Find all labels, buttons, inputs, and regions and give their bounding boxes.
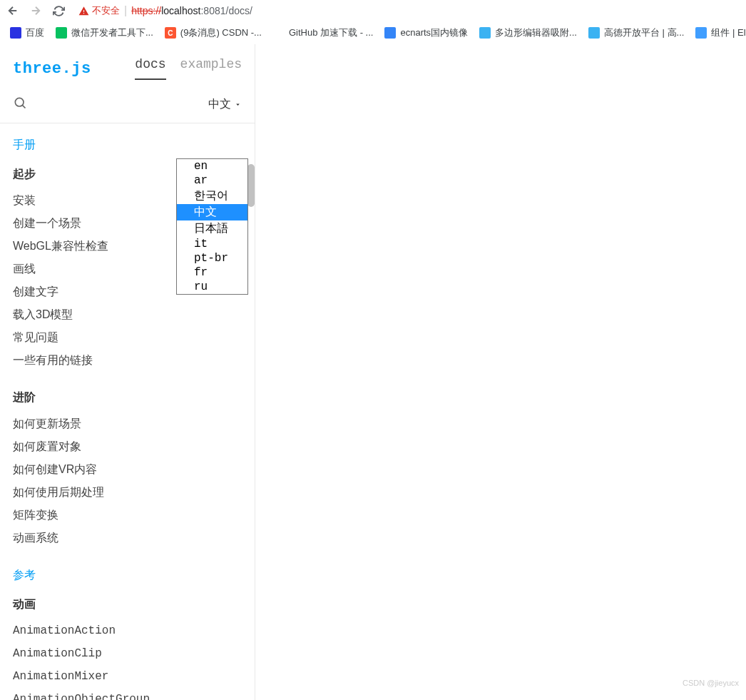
bookmark-label: 多边形编辑器吸附...: [495, 26, 577, 39]
main-content: [255, 44, 746, 700]
nav-item[interactable]: 常见问题: [13, 326, 242, 349]
bookmark-item[interactable]: 微信开发者工具下...: [56, 26, 153, 39]
bookmark-item[interactable]: GitHub 加速下载 - ...: [273, 26, 373, 39]
bookmark-icon: [273, 27, 285, 39]
bookmark-icon: [479, 27, 491, 39]
watermark: CSDN @jieyucx: [683, 679, 739, 687]
insecure-label: 不安全: [92, 4, 120, 17]
language-option[interactable]: 日本語: [177, 220, 247, 237]
nav-item[interactable]: 如何使用后期处理: [13, 481, 242, 504]
language-option[interactable]: fr: [177, 265, 247, 280]
sidebar: three.js docsexamples 中文 手册起步安装创建一个场景Web…: [0, 44, 255, 700]
language-option[interactable]: 한국어: [177, 188, 247, 204]
language-option[interactable]: ru: [177, 280, 247, 294]
language-option[interactable]: pt-br: [177, 251, 247, 265]
bookmark-icon: [56, 27, 67, 39]
bookmark-icon: [588, 27, 600, 39]
svg-point-0: [15, 98, 24, 106]
nav-item[interactable]: AnimationObjectGroup: [13, 688, 242, 700]
bookmark-icon: C: [165, 27, 176, 39]
language-selector[interactable]: 中文: [208, 97, 242, 112]
bookmark-item[interactable]: ecnarts国内镜像: [384, 26, 468, 39]
back-button[interactable]: [4, 2, 21, 19]
tab-docs[interactable]: docs: [135, 57, 165, 80]
bookmark-label: 高德开放平台 | 高...: [604, 26, 684, 39]
nav-item[interactable]: 如何创建VR内容: [13, 458, 242, 481]
bookmarks-bar: 百度微信开发者工具下...C(9条消息) CSDN -...GitHub 加速下…: [0, 21, 746, 44]
nav-item[interactable]: AnimationMixer: [13, 665, 242, 688]
bookmark-label: (9条消息) CSDN -...: [180, 26, 262, 39]
url-text: https://localhost:8081/docs/: [131, 5, 252, 16]
nav-item[interactable]: 矩阵变换: [13, 504, 242, 527]
group-title: 动画: [13, 597, 242, 612]
bookmark-icon: [695, 27, 707, 39]
nav-item[interactable]: AnimationAction: [13, 619, 242, 642]
language-dropdown[interactable]: enar한국어中文日本語itpt-brfrru: [176, 158, 248, 295]
bookmark-item[interactable]: 高德开放平台 | 高...: [588, 26, 684, 39]
warning-icon: [78, 6, 89, 16]
search-icon[interactable]: [13, 96, 27, 113]
language-option[interactable]: en: [177, 159, 247, 173]
tab-examples[interactable]: examples: [180, 57, 242, 80]
chevron-down-icon: [234, 101, 242, 108]
bookmark-icon: [10, 27, 21, 39]
insecure-badge: 不安全: [78, 4, 120, 17]
bookmark-item[interactable]: 百度: [10, 26, 44, 39]
section-label: 参考: [13, 568, 242, 583]
language-option[interactable]: ar: [177, 173, 247, 188]
browser-nav-bar: 不安全 | https://localhost:8081/docs/: [0, 0, 746, 21]
section-label: 手册: [13, 138, 242, 153]
bookmark-label: 百度: [26, 26, 44, 39]
bookmark-label: 组件 | Element: [711, 26, 746, 39]
nav-item[interactable]: 如何废置对象: [13, 435, 242, 458]
bookmark-icon: [384, 27, 396, 39]
url-bar[interactable]: 不安全 | https://localhost:8081/docs/: [73, 4, 742, 17]
reload-button[interactable]: [50, 2, 67, 19]
bookmark-item[interactable]: 多边形编辑器吸附...: [479, 26, 577, 39]
language-selected-label: 中文: [208, 97, 231, 112]
nav-item[interactable]: 动画系统: [13, 527, 242, 549]
bookmark-item[interactable]: C(9条消息) CSDN -...: [165, 26, 262, 39]
nav-item[interactable]: 如何更新场景: [13, 412, 242, 435]
language-option[interactable]: 中文: [177, 204, 247, 220]
forward-button[interactable]: [27, 2, 44, 19]
language-option[interactable]: it: [177, 237, 247, 251]
nav-item[interactable]: 一些有用的链接: [13, 349, 242, 372]
scrollbar-thumb[interactable]: [247, 164, 255, 207]
group-title: 进阶: [13, 390, 242, 405]
nav-item[interactable]: AnimationClip: [13, 642, 242, 665]
tabs: docsexamples: [135, 57, 242, 80]
bookmark-label: GitHub 加速下载 - ...: [289, 26, 373, 39]
logo[interactable]: three.js: [13, 60, 91, 78]
nav-item[interactable]: 载入3D模型: [13, 303, 242, 326]
bookmark-item[interactable]: 组件 | Element: [695, 26, 746, 39]
bookmark-label: ecnarts国内镜像: [400, 26, 468, 39]
bookmark-label: 微信开发者工具下...: [71, 26, 153, 39]
separator: |: [124, 4, 127, 17]
